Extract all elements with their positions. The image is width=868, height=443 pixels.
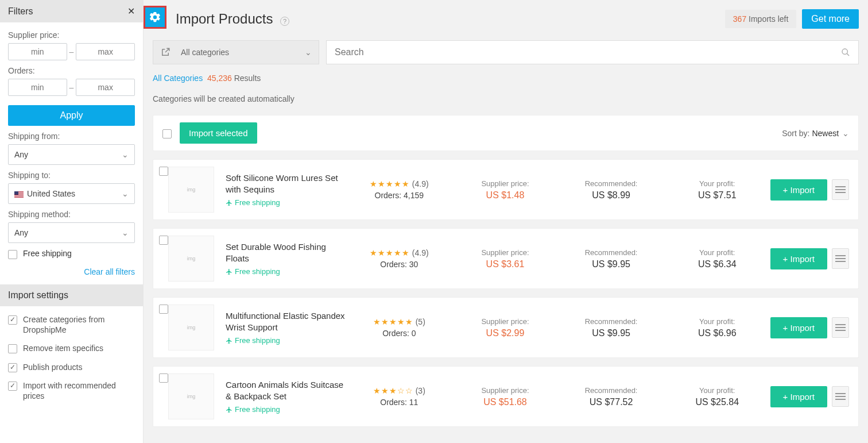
- import-settings-header: Import settings: [0, 284, 143, 306]
- profit-label: Your profit:: [664, 179, 770, 188]
- product-checkbox[interactable]: [159, 167, 168, 176]
- row-menu-button[interactable]: [832, 317, 849, 338]
- gear-settings-button[interactable]: [144, 6, 166, 29]
- row-menu-button[interactable]: [832, 248, 849, 269]
- results-summary: All Categories 45,236 Results: [153, 74, 859, 83]
- filters-title: Filters: [8, 6, 33, 17]
- orders-count: Orders: 11: [346, 398, 452, 407]
- close-icon[interactable]: ✕: [127, 6, 135, 17]
- clear-filters-link[interactable]: Clear all filters: [8, 267, 135, 276]
- all-categories-link[interactable]: All Categories: [153, 74, 203, 83]
- orders-max-input[interactable]: [76, 79, 135, 96]
- recommended-value: US $9.95: [558, 259, 664, 269]
- page-title: Import Products ?: [176, 11, 289, 27]
- dash: –: [69, 83, 74, 92]
- shipping-to-select[interactable]: United States ⌄: [8, 183, 135, 204]
- filters-header: Filters ✕: [0, 0, 143, 22]
- recommended-value: US $77.52: [558, 397, 664, 407]
- star-rating: ★★★★★: [373, 317, 413, 326]
- product-checkbox[interactable]: [159, 305, 168, 314]
- supplier-price-label: Supplier price:: [452, 386, 559, 395]
- profit-value: US $7.51: [664, 190, 770, 201]
- plane-icon: [226, 199, 232, 206]
- product-image[interactable]: img: [168, 373, 214, 419]
- setting-checkbox[interactable]: [8, 315, 17, 325]
- star-rating: ★★★★★: [370, 248, 410, 257]
- supplier-price-label: Supplier price:: [452, 179, 559, 188]
- category-select[interactable]: All categories ⌄: [153, 40, 319, 64]
- product-image[interactable]: img: [168, 236, 214, 282]
- import-button[interactable]: + Import: [770, 248, 827, 269]
- setting-label: Import with recommended prices: [23, 380, 135, 401]
- supplier-price-label: Supplier price:: [452, 317, 559, 326]
- row-menu-button[interactable]: [832, 386, 849, 407]
- filters-sidebar: Filters ✕ Supplier price: – Orders: –: [0, 0, 144, 443]
- chevron-down-icon: ⌄: [305, 48, 312, 57]
- select-all-checkbox[interactable]: [162, 129, 172, 138]
- supplier-price-min-input[interactable]: [8, 43, 67, 60]
- setting-checkbox[interactable]: [8, 363, 17, 372]
- get-more-button[interactable]: Get more: [802, 9, 859, 29]
- free-shipping-badge: Free shipping: [226, 405, 346, 414]
- profit-label: Your profit:: [664, 317, 770, 326]
- orders-count: Orders: 4,159: [346, 191, 452, 200]
- search-input[interactable]: [335, 47, 841, 57]
- shipping-method-label: Shipping method:: [8, 210, 135, 219]
- shipping-method-select[interactable]: Any ⌄: [8, 222, 135, 243]
- profit-value: US $6.34: [664, 259, 770, 269]
- supplier-price-value: US $3.61: [452, 259, 559, 269]
- import-button[interactable]: + Import: [770, 317, 827, 338]
- free-shipping-badge: Free shipping: [226, 267, 346, 276]
- sort-dropdown[interactable]: Sort by:Newest ⌄: [782, 129, 849, 138]
- product-title[interactable]: Multifunctional Elastic Spandex Wrist Su…: [226, 310, 346, 333]
- orders-count: Orders: 0: [346, 329, 452, 338]
- recommended-label: Recommended:: [558, 179, 664, 188]
- row-menu-button[interactable]: [832, 179, 849, 200]
- setting-label: Remove item specifics: [23, 343, 103, 353]
- setting-checkbox[interactable]: [8, 382, 17, 391]
- shipping-from-select[interactable]: Any ⌄: [8, 144, 135, 165]
- recommended-value: US $9.95: [558, 328, 664, 338]
- product-title[interactable]: Cartoon Animals Kids Suitcase & Backpack…: [226, 379, 346, 402]
- profit-value: US $25.84: [664, 397, 770, 407]
- product-image[interactable]: img: [168, 167, 214, 213]
- export-icon: [153, 47, 177, 57]
- star-rating: ★★★★★: [370, 179, 410, 188]
- recommended-label: Recommended:: [558, 317, 664, 326]
- free-shipping-checkbox[interactable]: [8, 250, 17, 259]
- supplier-price-max-input[interactable]: [76, 43, 135, 60]
- import-selected-button[interactable]: Import selected: [180, 122, 257, 144]
- product-title[interactable]: Soft Silicone Worm Lures Set with Sequin…: [226, 172, 346, 195]
- shipping-from-label: Shipping from:: [8, 132, 135, 141]
- product-row: img Cartoon Animals Kids Suitcase & Back…: [153, 366, 859, 427]
- us-flag-icon: [14, 191, 24, 198]
- plane-icon: [226, 406, 232, 413]
- gear-icon: [149, 11, 161, 24]
- product-row: img Multifunctional Elastic Spandex Wris…: [153, 297, 859, 358]
- product-title[interactable]: Set Durable Wood Fishing Floats: [226, 241, 346, 264]
- plane-icon: [226, 337, 232, 344]
- orders-min-input[interactable]: [8, 79, 67, 96]
- orders-label: Orders:: [8, 66, 135, 75]
- dash: –: [69, 47, 74, 56]
- list-header: Import selected Sort by:Newest ⌄: [153, 115, 859, 151]
- recommended-value: US $8.99: [558, 190, 664, 201]
- help-icon[interactable]: ?: [280, 17, 289, 26]
- search-box[interactable]: [326, 40, 859, 64]
- setting-label: Publish products: [23, 362, 83, 372]
- star-rating: ★★★☆☆: [373, 386, 413, 395]
- recommended-label: Recommended:: [558, 386, 664, 395]
- free-shipping-badge: Free shipping: [226, 198, 346, 207]
- orders-count: Orders: 30: [346, 260, 452, 269]
- recommended-label: Recommended:: [558, 248, 664, 257]
- product-checkbox[interactable]: [159, 236, 168, 245]
- main-content: Import Products ? 367 Imports left Get m…: [144, 0, 868, 443]
- import-button[interactable]: + Import: [770, 179, 827, 201]
- product-image[interactable]: img: [168, 305, 214, 350]
- product-row: img Set Durable Wood Fishing Floats Free…: [153, 228, 859, 289]
- product-checkbox[interactable]: [159, 373, 168, 383]
- setting-label: Create categories from DropshipMe: [23, 314, 135, 335]
- apply-button[interactable]: Apply: [8, 105, 135, 126]
- import-button[interactable]: + Import: [770, 386, 827, 407]
- setting-checkbox[interactable]: [8, 344, 17, 353]
